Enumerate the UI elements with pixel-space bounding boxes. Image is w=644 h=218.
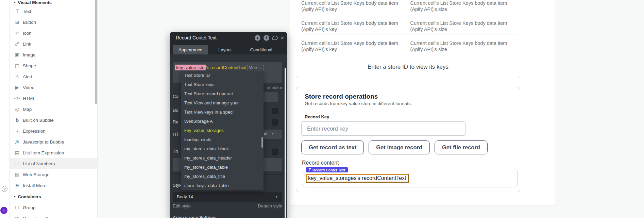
sidebar-item-label: Group — [23, 205, 36, 210]
plus-icon: + — [14, 128, 20, 134]
checkbox[interactable] — [272, 119, 278, 125]
sidebar-item-image[interactable]: ▣ Image — [10, 49, 97, 60]
store-record-operations-card[interactable]: Store record operations Get records from… — [296, 87, 520, 192]
dropdown-item[interactable]: Text Store ID — [181, 71, 264, 80]
sidebar-item-javascript-to-bubble[interactable]: JS Javascript to Bubble — [10, 136, 97, 147]
sidebar-item-label: Link — [23, 41, 31, 47]
sidebar-item-alert[interactable]: ⚠ Alert — [10, 71, 97, 82]
chevron-down-icon: ▾ — [276, 195, 277, 199]
sidebar-item-built-on-bubble[interactable]: b Built on Bubble — [10, 115, 97, 125]
table-row[interactable]: Current cell's List Store Keys body data… — [301, 20, 516, 32]
sidebar-item-group[interactable]: ☐ Group — [10, 202, 97, 213]
checkbox[interactable] — [272, 149, 278, 155]
tab-appearance[interactable]: Appearance — [173, 45, 208, 54]
selected-text-element[interactable]: key_value_storages's recordContentText — [306, 174, 408, 182]
sidebar-item-link[interactable]: ☍ Link — [10, 38, 97, 49]
close-icon[interactable]: × — [281, 35, 284, 41]
key-cell: Current cell's List Store Keys body data… — [301, 20, 410, 32]
record-key-input[interactable] — [301, 121, 466, 136]
ellipsis-icon: ⋯ — [14, 161, 20, 166]
dropdown-item[interactable]: Text View and manage your — [181, 98, 264, 107]
sidebar-item-text[interactable]: T Text — [10, 6, 97, 17]
panel-header[interactable]: Record Contet Text i × — [170, 32, 287, 44]
get-image-record-button[interactable]: Get image record — [369, 140, 430, 154]
expression-more-button[interactable]: More... — [247, 65, 264, 70]
info-icon[interactable]: i — [264, 35, 269, 41]
expression-token[interactable]: key_value_sto — [175, 65, 206, 70]
sidebar-item-shape[interactable]: □ Shape — [10, 60, 97, 71]
field-label-ca: Ca — [173, 94, 179, 99]
panel-scrollbar[interactable] — [285, 68, 286, 218]
sidebar-item-label: Map — [23, 107, 32, 112]
detach-style-link[interactable]: Detach style — [258, 203, 282, 208]
size-cell: Current cell's List Store Keys body data… — [410, 20, 516, 32]
dropdown-item[interactable]: my_stores_data_header — [181, 153, 264, 163]
sidebar-item-icon[interactable]: ☆ Icon — [10, 28, 97, 38]
storage-icon: ▤ — [14, 172, 20, 177]
sidebar-item-install-more[interactable]: ⊕ Install More — [10, 180, 97, 191]
size-cell: Current cell's List Store Keys body data… — [410, 40, 516, 52]
dropdown-scrollbar[interactable] — [261, 137, 263, 148]
expression-suffix[interactable]: 's recordContentText — [206, 65, 247, 70]
sidebar-item-label: Expression — [23, 129, 46, 134]
sidebar-item-repeating-group[interactable]: ▦ Repeating Group — [10, 213, 97, 218]
edit-style-link[interactable]: Edit style — [173, 203, 191, 208]
rich-text-editor-link[interactable]: xt editor — [267, 85, 282, 90]
sidebar-item-list-of-numbers[interactable]: ⋯ List of Numbers — [10, 158, 97, 169]
preview-play-icon[interactable] — [255, 35, 260, 41]
element-type-badge: T Record Contet Text — [306, 167, 348, 172]
dropdown-item[interactable]: Text Store record operati — [181, 89, 264, 98]
sidebar-item-map[interactable]: ◎ Map — [10, 104, 97, 115]
table-row[interactable]: Current cell's List Store Keys body data… — [301, 40, 516, 52]
sidebar-item-expression[interactable]: + Expression — [10, 125, 97, 136]
dropdown-item[interactable]: Text Store keys — [181, 80, 264, 89]
panel-tabs: Appearance Layout Conditional — [170, 44, 287, 54]
sidebar-scrollbar[interactable] — [95, 0, 97, 104]
style-select[interactable]: Body 14 ▾ — [173, 192, 282, 202]
sidebar-item-html[interactable]: </> HTML — [10, 93, 97, 104]
field-label-do: Do — [173, 108, 179, 113]
store-keys-card[interactable]: Current cell's List Store Keys body data… — [296, 0, 520, 78]
bubble-editor: ? I ▾ Visual Elements T Text ⊞ Button ☆ … — [0, 0, 644, 218]
get-record-as-text-button[interactable]: Get record as text — [301, 140, 364, 154]
size-cell: Current cell's List Store Keys body data… — [410, 0, 516, 12]
dropdown-item-highlighted[interactable]: key_value_storages — [181, 126, 264, 135]
text-element-icon: T — [309, 168, 311, 172]
sidebar-item-label: Install More — [23, 183, 47, 188]
tab-layout[interactable]: Layout — [214, 45, 236, 54]
sidebar-item-video[interactable]: ▶ Video — [10, 82, 97, 93]
sidebar-item-label: Web Storage — [23, 172, 50, 177]
key-cell: Current cell's List Store Keys body data… — [301, 40, 410, 52]
intercom-avatar[interactable]: I — [0, 207, 7, 214]
dropdown-item[interactable]: WebStorage A — [181, 117, 264, 126]
section-header-label: Containers — [18, 194, 41, 199]
sidebar-item-web-storage[interactable]: ▤ Web Storage — [10, 169, 97, 180]
help-icon[interactable]: ? — [2, 186, 7, 192]
key-cell: Current cell's List Store Keys body data… — [301, 0, 410, 12]
style-value: Body 14 — [177, 194, 193, 199]
dropdown-item[interactable]: my_stores_data_title — [181, 172, 264, 181]
dropdown-item[interactable]: store_keys_data_table — [181, 181, 264, 190]
sidebar-item-list-item-expression[interactable]: ▤ List Item Expression — [10, 147, 97, 158]
dropdown-item[interactable]: my_stores_data_table — [181, 163, 264, 172]
record-content-label: Record content — [302, 160, 339, 166]
comment-icon[interactable] — [272, 36, 278, 40]
table-row[interactable]: Current cell's List Store Keys body data… — [301, 0, 516, 12]
dropdown-item[interactable]: loading_circle — [181, 135, 264, 144]
text-icon: T — [14, 9, 20, 14]
tab-conditional[interactable]: Conditional — [248, 45, 274, 54]
left-rail: ? I — [0, 0, 10, 218]
panel-title: Record Contet Text — [176, 35, 217, 40]
card-title: Store record operations — [305, 93, 378, 100]
get-file-record-button[interactable]: Get file record — [435, 140, 488, 154]
containers-header[interactable]: ▾ Containers — [10, 191, 97, 202]
dropdown-item[interactable]: Text View keys in a speci — [181, 107, 264, 117]
sidebar-item-label: Javascript to Bubble — [23, 139, 64, 145]
chevron-down-icon: ▾ — [14, 1, 16, 4]
field-label-re: Re — [173, 119, 179, 124]
autocomplete-dropdown: Text Store ID Text Store keys Text Store… — [181, 71, 264, 190]
dropdown-item[interactable]: my_stores_data_blank — [181, 144, 264, 153]
checkbox[interactable] — [272, 108, 278, 114]
sidebar-item-button[interactable]: ⊞ Button — [10, 17, 97, 28]
property-editor-panel[interactable]: Record Contet Text i × Appearance Layout… — [170, 32, 287, 218]
